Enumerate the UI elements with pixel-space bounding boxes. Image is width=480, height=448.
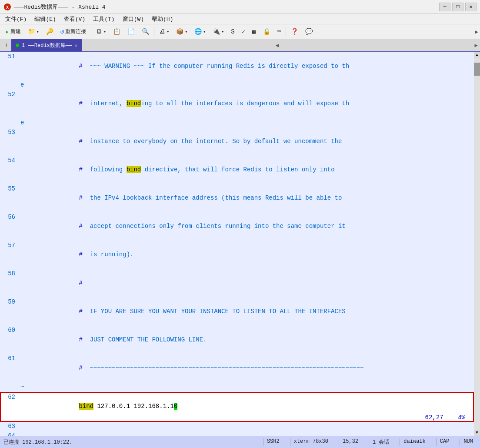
- menu-file[interactable]: 文件(F): [2, 14, 30, 24]
- svg-text:X: X: [6, 5, 9, 10]
- menu-tools[interactable]: 工具(T): [90, 14, 118, 24]
- add-tab-button[interactable]: +: [2, 39, 11, 51]
- new-button[interactable]: ✦ 新建: [2, 26, 24, 38]
- reconnect-button[interactable]: ↺ 重新连接: [57, 26, 89, 38]
- table-row: 64 # Protected mode is a layer of securi…: [0, 431, 473, 436]
- status-position: 15,32: [339, 438, 362, 446]
- active-line-content: bind 127.0.0.1 192.168.1.10: [19, 392, 473, 421]
- session-tab[interactable]: 1 ——Redis数据库—— ✕: [11, 39, 82, 51]
- code-scroll-area: 51 # ~~~ WARNING ~~~ If the computer run…: [0, 52, 474, 436]
- checkmark-button[interactable]: ✓: [239, 26, 248, 38]
- plugin-arrow: ▾: [221, 29, 224, 34]
- table-row: 55 # the IPv4 lookback interface address…: [0, 184, 473, 213]
- minimize-button[interactable]: —: [439, 3, 450, 11]
- table-row: 54 # following bind directive, that will…: [0, 156, 473, 184]
- chat-button[interactable]: 💬: [302, 26, 316, 38]
- scroll-up-button[interactable]: ▲: [474, 52, 480, 58]
- plugin-icon: 🔌: [213, 28, 220, 35]
- search-icon: 🔍: [142, 28, 149, 35]
- scroll-thumb[interactable]: [474, 63, 480, 76]
- cursor-char: 0: [174, 403, 177, 410]
- transfer-arrow: ▾: [185, 29, 187, 34]
- menu-window[interactable]: 窗口(W): [119, 14, 147, 24]
- menu-bar: 文件(F) 编辑(E) 查看(V) 工具(T) 窗口(W) 帮助(H): [0, 14, 480, 24]
- maximize-button[interactable]: □: [452, 3, 463, 11]
- tab-scroll-right-button[interactable]: ▶: [472, 39, 480, 51]
- script-button[interactable]: S: [228, 26, 237, 38]
- toolbar-sep-3: [286, 27, 286, 37]
- open-button[interactable]: 📁 ▾: [25, 26, 42, 38]
- line-content: # following bind directive, that will fo…: [19, 156, 473, 184]
- table-row: 60 # JUST COMMENT THE FOLLOWING LINE.: [0, 326, 473, 354]
- status-ssh: SSH2: [263, 438, 283, 446]
- tab-bar: + 1 ——Redis数据库—— ✕ ◀ ▶: [0, 39, 480, 52]
- print-button[interactable]: 🖨 ▾: [156, 26, 172, 38]
- line-number: 54: [0, 156, 19, 184]
- status-right: SSH2 xterm 78x30 15,32 1 会话 daiwalk CAP …: [263, 438, 477, 446]
- paste-button[interactable]: 📄: [124, 26, 138, 38]
- line-content: [19, 421, 473, 431]
- line-content-wrap: e: [19, 118, 473, 128]
- menu-help[interactable]: 帮助(H): [148, 14, 177, 24]
- paste-icon: 📄: [127, 28, 135, 35]
- status-ime: daiwalk: [400, 438, 429, 446]
- connection-status-text: 已连接 192.168.1.10:22.: [3, 439, 72, 445]
- active-line-number: 62: [0, 392, 19, 421]
- search-button[interactable]: 🔍: [139, 26, 152, 38]
- active-table-row: 62 bind 127.0.0.1 192.168.1.10: [0, 392, 473, 421]
- line-content: # the IPv4 lookback interface address (t…: [19, 184, 473, 213]
- keyboard-button[interactable]: ⌨: [274, 26, 284, 38]
- toolbar-sep-2: [154, 27, 154, 37]
- menu-edit[interactable]: 编辑(E): [31, 14, 59, 24]
- line-content: # ~~~~~~~~~~~~~~~~~~~~~~~~~~~~~~~~~~~~~~…: [19, 354, 473, 382]
- open-arrow: ▾: [37, 29, 39, 34]
- toolbar-right-arrow[interactable]: ▶: [475, 28, 478, 36]
- globe-icon: 🌐: [194, 28, 202, 35]
- help-icon: ❓: [291, 28, 298, 35]
- status-bar: 已连接 192.168.1.10:22. SSH2 xterm 78x30 15…: [0, 436, 480, 448]
- key-button[interactable]: 🔑: [43, 26, 57, 38]
- transfer-button[interactable]: 📦 ▾: [173, 26, 190, 38]
- scroll-down-button[interactable]: ▼: [474, 430, 480, 436]
- new-icon: ✦: [5, 27, 9, 36]
- status-num: NUM: [460, 438, 477, 446]
- terminal-viewport[interactable]: 51 # ~~~ WARNING ~~~ If the computer run…: [0, 52, 480, 436]
- main-area: 51 # ~~~ WARNING ~~~ If the computer run…: [0, 52, 480, 448]
- line-number: 52: [0, 90, 19, 118]
- close-button[interactable]: ✕: [465, 3, 477, 11]
- globe-button[interactable]: 🌐 ▾: [191, 26, 209, 38]
- keyboard-icon: ⌨: [277, 28, 281, 35]
- new-label: 新建: [10, 28, 21, 35]
- line-number: 63: [0, 421, 19, 431]
- cursor-position: 62,27: [425, 414, 443, 421]
- folder-icon: 📁: [28, 28, 35, 35]
- lock-button[interactable]: 🔒: [260, 26, 273, 38]
- line-content: # ~~~ WARNING ~~~ If the computer runnin…: [19, 52, 473, 80]
- line-number: 58: [0, 269, 19, 298]
- table-row: 51 # ~~~ WARNING ~~~ If the computer run…: [0, 52, 473, 80]
- reconnect-icon: ↺: [60, 28, 64, 35]
- line-number-wrap: [0, 382, 19, 392]
- vertical-scrollbar[interactable]: ▲ ▼: [474, 52, 480, 436]
- grid-icon: ▦: [252, 28, 256, 35]
- bind-highlight: bind: [127, 100, 141, 107]
- copy-button[interactable]: 📋: [110, 26, 123, 38]
- monitor-button[interactable]: 🖥 ▾: [93, 26, 109, 38]
- line-content: #: [19, 269, 473, 298]
- status-terminal: xterm 78x30: [290, 438, 332, 446]
- line-content: # is running).: [19, 241, 473, 269]
- grid-button[interactable]: ▦: [249, 26, 259, 38]
- line-content: # internet, binding to all the interface…: [19, 90, 473, 118]
- menu-view[interactable]: 查看(V): [60, 14, 89, 24]
- tab-scroll-left-button[interactable]: ◀: [273, 39, 281, 51]
- tab-close-button[interactable]: ✕: [74, 43, 77, 48]
- title-bar-left: X ———Redis数据库——— - Xshell 4: [3, 3, 106, 11]
- scroll-track[interactable]: [474, 58, 480, 430]
- help-button[interactable]: ❓: [288, 26, 301, 38]
- line-content: # instance to everybody on the internet.…: [19, 128, 473, 156]
- checkmark-icon: ✓: [242, 28, 245, 35]
- copy-icon: 📋: [113, 28, 120, 35]
- plugin-button[interactable]: 🔌 ▾: [210, 26, 227, 38]
- line-number-wrap: [0, 80, 19, 90]
- line-number: 53: [0, 128, 19, 156]
